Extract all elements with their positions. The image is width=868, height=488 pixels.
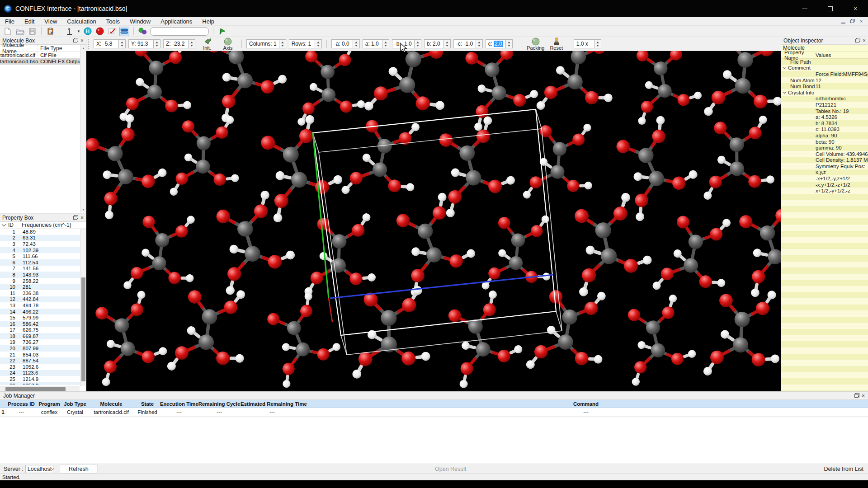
scroll-up-icon[interactable]: ▲ <box>80 45 86 51</box>
chevron-down-icon[interactable] <box>2 222 6 227</box>
toolbar-grip[interactable] <box>88 39 90 49</box>
frequency-row[interactable]: 372.43 <box>0 241 86 247</box>
c-spinner[interactable]: c: 2.0 <box>486 39 513 48</box>
spinner-buttons[interactable] <box>476 39 483 48</box>
frequency-row[interactable]: 263.31 <box>0 235 86 241</box>
minus-c-spinner[interactable]: -c: -1.0 <box>453 39 483 48</box>
menu-item-calculation[interactable]: Calculation <box>62 17 101 25</box>
float-panel-icon[interactable] <box>73 39 77 42</box>
spinner-buttons[interactable] <box>415 39 421 48</box>
menu-item-edit[interactable]: Edit <box>19 17 39 25</box>
reset-button[interactable]: Reset <box>547 38 566 51</box>
frequency-row[interactable]: 20807.99 <box>0 345 86 352</box>
menu-item-view[interactable]: View <box>39 17 62 25</box>
spinner-buttons[interactable] <box>506 39 513 48</box>
mdi-restore-button[interactable] <box>849 19 855 24</box>
rotate-x-value[interactable]: X: -5.8 <box>94 39 119 48</box>
build-tool-dropdown-arrow[interactable]: ▼ <box>77 29 80 33</box>
paste-icon[interactable] <box>46 27 56 36</box>
spinner-buttons[interactable] <box>444 39 451 48</box>
chevron-down-icon[interactable] <box>783 66 786 69</box>
server-select[interactable]: Localhost <box>25 465 53 473</box>
spinner-buttons[interactable] <box>279 39 286 48</box>
rotate-y-value[interactable]: Y: 91.3 <box>128 39 154 48</box>
spinner-buttons[interactable] <box>382 39 389 48</box>
delete-from-list-button[interactable]: Delete from List <box>824 466 863 472</box>
minus-b-value[interactable]: -b: -1.0 <box>392 39 415 48</box>
frequency-row[interactable]: 251214.9 <box>0 376 86 382</box>
scroll-down-icon[interactable]: ▼ <box>80 206 86 212</box>
frequency-row[interactable]: 15579.99 <box>0 314 86 321</box>
column-values[interactable]: Values <box>815 52 868 58</box>
frequency-row[interactable]: 14496.22 <box>0 309 86 315</box>
frequency-row[interactable]: 10281 <box>0 284 86 290</box>
zoom-spinner[interactable]: 1.0 x <box>574 39 601 48</box>
close-button[interactable]: × <box>843 0 868 17</box>
save-icon[interactable] <box>27 27 37 36</box>
molecule-3d-viewport[interactable] <box>86 51 781 391</box>
spinner-buttons[interactable] <box>189 39 195 48</box>
minus-a-value[interactable]: -a: 0.0 <box>331 39 353 48</box>
spinner-buttons[interactable] <box>154 39 160 48</box>
menu-item-file[interactable]: File <box>0 17 19 25</box>
maximize-button[interactable] <box>817 0 843 17</box>
rotate-y-spinner[interactable]: Y: 91.3 <box>128 39 160 48</box>
scrollbar-thumb[interactable] <box>5 387 66 391</box>
open-file-icon[interactable] <box>15 27 25 36</box>
hydrogen-toggle-icon[interactable]: H <box>83 27 93 36</box>
frequency-row[interactable]: 19736.27 <box>0 339 86 346</box>
atom-sphere-icon[interactable] <box>95 27 105 36</box>
menu-item-help[interactable]: Help <box>197 17 219 25</box>
job-column-remaining-cycle[interactable]: Remaining Cycle <box>198 401 241 407</box>
a-value[interactable]: a: 1.0 <box>363 39 382 48</box>
job-column-command[interactable]: Command <box>304 401 868 407</box>
b-value[interactable]: b: 2.0 <box>424 39 444 48</box>
columns-spinner[interactable]: Columns: 1 <box>246 39 286 48</box>
frequency-row[interactable]: 231052.6 <box>0 364 86 370</box>
toolbar-search-input[interactable] <box>150 27 209 36</box>
molecule-icon[interactable] <box>138 27 148 36</box>
minus-c-value[interactable]: -c: -1.0 <box>453 39 476 48</box>
property-box-tree-header[interactable]: ID Frequencies (cm^-1) <box>0 222 86 229</box>
spinner-buttons[interactable] <box>119 39 126 48</box>
close-panel-icon[interactable]: × <box>863 39 866 42</box>
job-column-estimated-remaining-time[interactable]: Estimated Remaining Time <box>241 401 304 407</box>
run-icon[interactable] <box>217 27 227 36</box>
mdi-close-button[interactable]: × <box>858 19 864 24</box>
new-file-icon[interactable] <box>3 27 13 36</box>
edit-check-icon[interactable] <box>107 27 117 36</box>
close-panel-icon[interactable]: × <box>80 39 84 42</box>
c-value-selected[interactable]: 2.0 <box>494 41 503 47</box>
frequency-row[interactable]: 13484.78 <box>0 302 86 309</box>
job-column-process-id[interactable]: Process ID <box>6 401 36 407</box>
zoom-value[interactable]: 1.0 x <box>574 39 594 48</box>
frequency-row[interactable]: 22887.54 <box>0 357 86 364</box>
frequency-row[interactable]: 9258.22 <box>0 278 86 284</box>
job-column-program[interactable]: Program <box>36 401 62 407</box>
scrollbar-thumb[interactable] <box>81 277 85 381</box>
frequency-row[interactable]: 11336.38 <box>0 290 86 296</box>
frequency-row[interactable]: 12442.84 <box>0 296 86 303</box>
chevron-down-icon[interactable] <box>783 90 786 94</box>
crystal-structure-canvas[interactable] <box>86 51 781 391</box>
minus-b-spinner[interactable]: -b: -1.0 <box>392 39 421 48</box>
b-spinner[interactable]: b: 2.0 <box>424 39 451 48</box>
frequency-row[interactable]: 21854.03 <box>0 352 86 358</box>
axis-button[interactable]: Axis <box>219 38 237 51</box>
job-column-molecule[interactable]: Molecule <box>88 401 135 407</box>
job-column-state[interactable]: State <box>135 401 160 407</box>
frequency-row[interactable]: 241123.6 <box>0 370 86 376</box>
column-file-type[interactable]: File Type <box>38 45 86 52</box>
columns-value[interactable]: Columns: 1 <box>246 39 279 48</box>
rotate-z-value[interactable]: Z: -23.2 <box>163 39 189 48</box>
spinner-buttons[interactable] <box>315 39 322 48</box>
minus-a-spinner[interactable]: -a: 0.0 <box>331 39 360 48</box>
property-box-vscrollbar[interactable] <box>80 229 86 386</box>
menu-item-window[interactable]: Window <box>125 17 156 25</box>
minimize-button[interactable] <box>792 0 817 17</box>
frequency-row[interactable]: 5111.66 <box>0 253 86 259</box>
frequency-row[interactable]: 4102.39 <box>0 247 86 253</box>
frequency-row[interactable]: 7141.56 <box>0 266 86 272</box>
rotate-x-spinner[interactable]: X: -5.8 <box>94 39 126 48</box>
close-panel-icon[interactable]: × <box>80 216 84 220</box>
